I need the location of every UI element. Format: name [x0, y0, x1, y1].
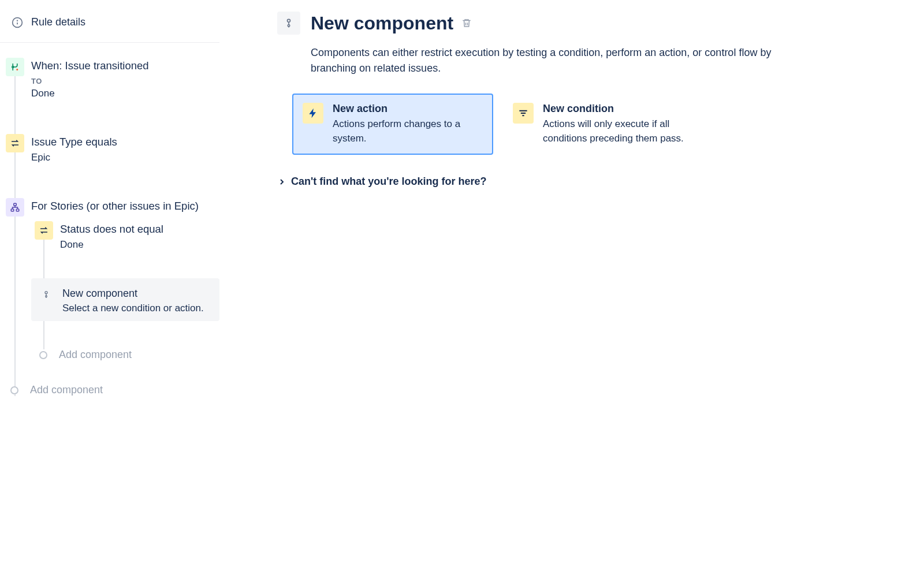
- branch-title: For Stories (or other issues in Epic): [31, 199, 199, 214]
- trash-icon: [461, 18, 472, 28]
- trigger-sub-label: TO: [31, 77, 149, 85]
- svg-point-8: [45, 292, 47, 294]
- add-component-outer[interactable]: Add component: [6, 384, 219, 396]
- add-component-label: Add component: [59, 349, 132, 361]
- branch-condition-node[interactable]: Status does not equal Done: [35, 221, 219, 251]
- condition-icon: [6, 134, 24, 152]
- card-new-action[interactable]: New action Actions perform changes to a …: [292, 94, 493, 155]
- trigger-value: Done: [31, 88, 149, 99]
- card-condition-desc: Actions will only execute if all conditi…: [543, 117, 693, 146]
- add-component-branch[interactable]: Add component: [35, 349, 219, 361]
- svg-point-4: [16, 69, 18, 70]
- svg-point-11: [288, 25, 289, 27]
- svg-rect-6: [11, 209, 14, 211]
- main-header: New component: [277, 12, 901, 35]
- branch-icon: [6, 198, 24, 217]
- rule-timeline: When: Issue transitioned TO Done Issue T…: [0, 58, 219, 396]
- component-icon: [277, 12, 300, 35]
- filter-icon: [513, 103, 534, 124]
- trigger-title: When: Issue transitioned: [31, 59, 149, 73]
- branch-condition-title: Status does not equal: [60, 222, 163, 237]
- page-title: New component: [311, 13, 453, 34]
- trigger-icon: [6, 58, 24, 76]
- card-new-condition[interactable]: New condition Actions will only execute …: [502, 94, 703, 155]
- branch-children: Status does not equal Done New component…: [29, 221, 219, 361]
- condition-node-issuetype[interactable]: Issue Type equals Epic: [6, 134, 219, 163]
- condition-icon: [35, 221, 53, 240]
- svg-rect-5: [14, 203, 17, 206]
- rule-details-label: Rule details: [31, 16, 85, 28]
- rule-sidebar: Rule details When: Issue transitioned TO…: [0, 0, 219, 578]
- condition-value: Epic: [31, 152, 117, 163]
- info-icon: [12, 17, 23, 28]
- new-component-node[interactable]: New component Select a new condition or …: [31, 278, 219, 321]
- card-condition-title: New condition: [543, 103, 693, 115]
- branch-condition-value: Done: [60, 239, 163, 251]
- chevron-right-icon: [277, 177, 286, 187]
- component-icon: [37, 285, 55, 304]
- trigger-node[interactable]: When: Issue transitioned TO Done: [6, 58, 219, 99]
- add-component-outer-label: Add component: [30, 384, 103, 396]
- component-type-cards: New action Actions perform changes to a …: [292, 94, 901, 155]
- help-link-label: Can't find what you're looking for here?: [291, 176, 487, 188]
- card-action-title: New action: [333, 103, 483, 115]
- add-circle-icon: [39, 351, 47, 359]
- svg-point-9: [46, 296, 47, 297]
- rule-details-button[interactable]: Rule details: [0, 16, 219, 43]
- svg-rect-7: [16, 209, 19, 211]
- card-action-desc: Actions perform changes to a system.: [333, 117, 483, 146]
- main-panel: New component Components can either rest…: [219, 0, 924, 578]
- delete-button[interactable]: [461, 18, 472, 28]
- branch-node[interactable]: For Stories (or other issues in Epic): [6, 198, 219, 217]
- condition-title: Issue Type equals: [31, 135, 117, 150]
- svg-point-2: [17, 20, 18, 21]
- main-description: Components can either restrict execution…: [311, 45, 784, 76]
- bolt-icon: [303, 103, 323, 124]
- add-circle-icon: [10, 386, 18, 394]
- new-component-title: New component: [62, 286, 204, 300]
- help-link[interactable]: Can't find what you're looking for here?: [277, 176, 901, 188]
- new-component-subtitle: Select a new condition or action.: [62, 303, 204, 314]
- svg-point-10: [288, 19, 290, 22]
